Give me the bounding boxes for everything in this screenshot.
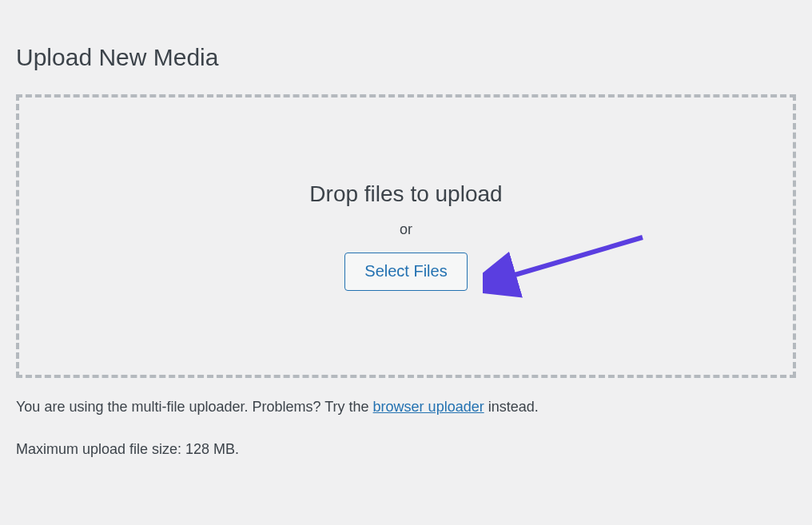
dropzone-or-label: or (400, 221, 412, 238)
select-files-button[interactable]: Select Files (344, 253, 467, 291)
uploader-hint-pre: You are using the multi-file uploader. P… (16, 399, 373, 415)
uploader-hint-post: instead. (484, 399, 539, 415)
annotation-arrow-icon (483, 229, 667, 301)
max-upload-size: Maximum upload file size: 128 MB. (16, 439, 796, 459)
uploader-hint: You are using the multi-file uploader. P… (16, 397, 796, 417)
svg-line-1 (507, 237, 643, 277)
page-title: Upload New Media (16, 43, 796, 72)
browser-uploader-link[interactable]: browser uploader (373, 399, 484, 415)
file-dropzone[interactable]: Drop files to upload or Select Files (16, 94, 796, 378)
dropzone-heading: Drop files to upload (309, 181, 502, 207)
